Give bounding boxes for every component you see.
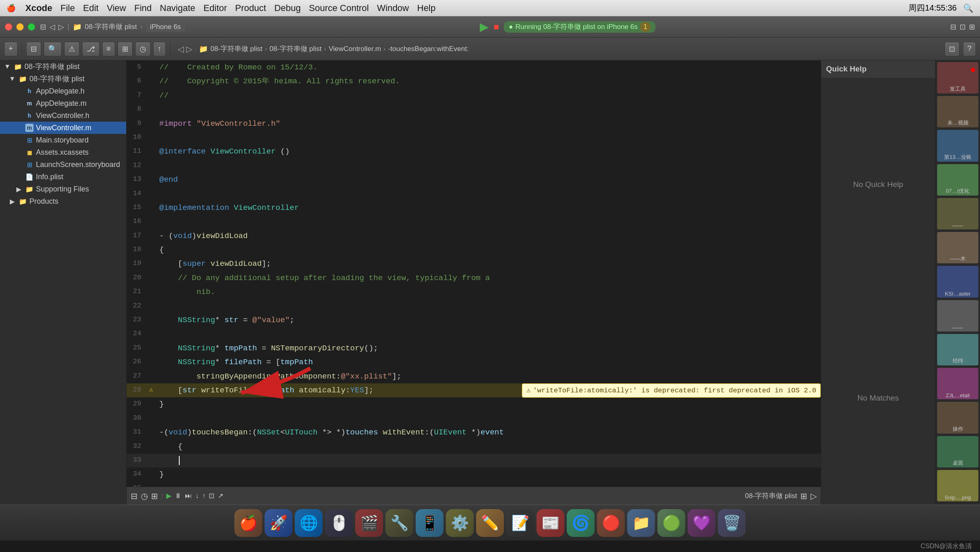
code-line-33[interactable]: 33 — [127, 454, 821, 467]
dock-app4[interactable]: 💜 — [688, 509, 715, 537]
thumb-3[interactable]: 第13…业账 — [937, 130, 978, 161]
dock-tools[interactable]: 🔧 — [385, 509, 413, 537]
sidebar-item-assets[interactable]: ◼ Assets.xcassets — [0, 146, 126, 158]
dock-trash[interactable]: 🗑️ — [718, 509, 746, 537]
sidebar-item-supporting-files[interactable]: ▶ 📁 Supporting Files — [0, 183, 126, 195]
inspector-toggle[interactable]: ⊡ — [944, 42, 960, 56]
sidebar-item-group[interactable]: ▼ 📁 08-字符串做 plist — [0, 73, 126, 85]
dock-sketch[interactable]: ✏️ — [476, 509, 504, 537]
bottom-icon-2[interactable]: ◷ — [141, 491, 148, 501]
sidebar-item-info-plist[interactable]: 📄 Info.plist — [0, 171, 126, 183]
breadcrumb-file[interactable]: ViewController.m — [329, 45, 381, 53]
nav-next-button[interactable]: ▷ — [186, 44, 192, 54]
dock-launchpad[interactable]: 🚀 — [265, 509, 292, 537]
stop-button[interactable]: ■ — [494, 22, 499, 32]
clock-button[interactable]: ◷ — [135, 42, 151, 56]
dock-safari[interactable]: 🌐 — [295, 509, 323, 537]
menu-window[interactable]: Window — [377, 3, 409, 13]
bottom-pause-icon[interactable]: ⏸ — [175, 492, 182, 500]
dock-app3[interactable]: 🟢 — [657, 509, 685, 537]
thumb-4[interactable]: 07…(优化 — [937, 164, 978, 196]
share-button[interactable]: ↑ — [153, 42, 166, 56]
bottom-step2-icon[interactable]: ↓ — [195, 492, 199, 500]
bottom-step3-icon[interactable]: ↑ — [202, 492, 206, 500]
dock-app2[interactable]: 🔴 — [597, 509, 625, 537]
sidebar-item-appdelegate-m[interactable]: m AppDelegate.m — [0, 97, 126, 109]
bottom-send-icon[interactable]: ↗ — [218, 492, 223, 500]
dock-reeder[interactable]: 📰 — [537, 509, 564, 537]
dock-mouse-pref[interactable]: 🖱️ — [325, 509, 353, 537]
quick-help-toggle[interactable]: ? — [963, 42, 976, 56]
sidebar-item-products[interactable]: ▶ 📁 Products — [0, 195, 126, 207]
thumb-11[interactable]: 操作 — [937, 402, 978, 433]
apple-menu[interactable]: 🍎 — [7, 4, 16, 13]
bottom-icon-1[interactable]: ⊟ — [131, 491, 138, 501]
play-button[interactable]: ▶ — [480, 20, 489, 33]
dock-quicktime[interactable]: 🎬 — [355, 509, 383, 537]
maximize-button[interactable] — [28, 23, 35, 31]
dock-finder[interactable]: 🍎 — [234, 509, 262, 537]
bottom-right-icon[interactable]: ⊞ — [800, 491, 807, 501]
bottom-icons[interactable]: ⊡ — [209, 492, 214, 500]
menu-source-control[interactable]: Source Control — [309, 3, 369, 13]
dock-simulator[interactable]: 📱 — [416, 509, 443, 537]
menu-debug[interactable]: Debug — [274, 3, 301, 13]
thumb-13[interactable]: Snip….png — [937, 470, 978, 501]
thumb-7[interactable]: KSI…aster — [937, 266, 978, 297]
dock-syspref[interactable]: ⚙️ — [446, 509, 474, 537]
menu-navigate[interactable]: Navigate — [160, 3, 196, 13]
menu-xcode[interactable]: Xcode — [25, 3, 52, 13]
sidebar-item-viewcontroller-h[interactable]: h ViewController.h — [0, 109, 126, 122]
menu-editor[interactable]: Editor — [203, 3, 227, 13]
menu-view[interactable]: View — [107, 3, 126, 13]
view-toggle-3[interactable]: ⊞ — [969, 22, 975, 31]
sidebar-item-main-storyboard[interactable]: ⊞ Main.storyboard — [0, 134, 126, 146]
nav-back-icon[interactable]: ◁ — [49, 22, 55, 31]
breadcrumb-proj-2[interactable]: 08-字符串做 plist — [270, 44, 322, 53]
bottom-icon-3[interactable]: ⊞ — [151, 491, 158, 501]
sidebar-toggle-icon[interactable]: ⊟ — [40, 22, 46, 31]
close-button[interactable] — [5, 23, 12, 31]
list-button[interactable]: ≡ — [102, 42, 116, 56]
thumb-9[interactable]: 经纬 — [937, 334, 978, 365]
bottom-step-icon[interactable]: ⏭ — [185, 492, 192, 500]
search-toolbar-button[interactable]: 🔍 — [44, 42, 62, 56]
nav-forward-icon[interactable]: ▷ — [58, 22, 64, 31]
menu-find[interactable]: Find — [134, 3, 152, 13]
menu-search-icon[interactable]: 🔍 — [963, 3, 973, 13]
thumb-5[interactable]: —— — [937, 198, 978, 229]
thumb-1[interactable]: ● 发工具 — [937, 62, 978, 93]
view-toggle-1[interactable]: ⊟ — [950, 22, 956, 31]
bottom-play-icon[interactable]: ▶ — [166, 492, 172, 500]
thumb-10[interactable]: ZJL…etail — [937, 368, 978, 399]
h-file-icon: h — [25, 87, 33, 95]
device-name[interactable]: iPhone 6s — [146, 22, 185, 32]
menu-product[interactable]: Product — [235, 3, 266, 13]
menu-edit[interactable]: Edit — [83, 3, 98, 13]
dock-finder-2[interactable]: 📁 — [627, 509, 655, 537]
breadcrumb-proj[interactable]: 08-字符串做 plist — [210, 44, 263, 53]
thumb-6[interactable]: ——木 — [937, 232, 978, 263]
menu-help[interactable]: Help — [417, 3, 436, 13]
code-editor[interactable]: 5 // Created by Romeo on 15/12/3. 6 // C… — [127, 60, 821, 487]
dock-app1[interactable]: 🌀 — [567, 509, 595, 537]
warning-toolbar-button[interactable]: ⚠ — [64, 42, 80, 56]
nav-button[interactable]: ⊟ — [26, 42, 41, 56]
thumb-12[interactable]: 桌面 — [937, 436, 978, 467]
add-button[interactable]: + — [4, 42, 18, 56]
thumb-2[interactable]: 未…视频 — [937, 96, 978, 127]
sidebar-item-project-root[interactable]: ▼ 📁 08-字符串做 plist — [0, 60, 126, 73]
dock-typora[interactable]: 📝 — [506, 509, 534, 537]
grid-button[interactable]: ⊞ — [118, 42, 133, 56]
nav-prev-button[interactable]: ◁ — [178, 44, 184, 54]
menu-file[interactable]: File — [60, 3, 75, 13]
view-toggle-2[interactable]: ⊡ — [960, 22, 966, 31]
sidebar-item-appdelegate-h[interactable]: h AppDelegate.h — [0, 85, 126, 97]
thumb-8[interactable]: —— — [937, 300, 978, 332]
sidebar-item-viewcontroller-m[interactable]: m ViewController.m — [0, 122, 126, 134]
bottom-right-icon-2[interactable]: ▷ — [811, 491, 817, 501]
breadcrumb-method[interactable]: -touchesBegan:withEvent: — [388, 45, 469, 53]
minimize-button[interactable] — [16, 23, 24, 31]
branch-button[interactable]: ⎇ — [82, 42, 100, 56]
sidebar-item-launchscreen[interactable]: ⊞ LaunchScreen.storyboard — [0, 158, 126, 171]
